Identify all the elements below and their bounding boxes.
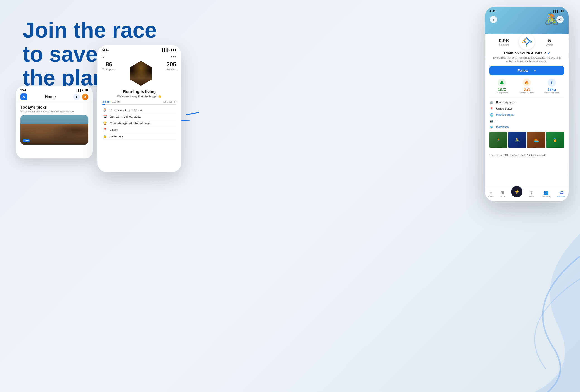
info-instagram: - <box>496 119 497 122</box>
progress-header: 3.5 km / 100 km 18 days left <box>102 100 176 103</box>
progress-current: 3.5 km <box>102 100 110 103</box>
ph3-bottom-text: Founded in 1994, Triathlon South Austral… <box>485 151 569 171</box>
participants-label: Participants <box>102 68 115 71</box>
community-icon: 👥 <box>543 190 548 195</box>
location-icon: 📍 <box>102 128 107 131</box>
nav-community-label: Community <box>541 196 551 198</box>
plastic-impact: ℹ 18kg Plastic removed <box>539 79 564 94</box>
signal-icon: ▐▐▐ <box>161 48 168 52</box>
events-num: 5 <box>535 38 564 44</box>
org-description: Swim, Bike, Run with Triathlon South Aus… <box>489 56 564 63</box>
impact-row: 🌲 1872 Trees planted 🔥 0.7t Carbon reduc… <box>489 79 564 94</box>
phone-challenge: 9:41 ▐▐▐ ≈ ▮▮▮ ‹ ••• 86 Participants 205… <box>97 45 181 172</box>
back-button[interactable]: ‹ <box>490 16 497 23</box>
follow-icon: 👤+ <box>530 69 536 73</box>
share-button[interactable] <box>557 16 564 23</box>
phone-home-nav: Home ℹ <box>16 93 93 102</box>
detail-item-compete: 🏆 Compete against other athletes <box>102 120 176 126</box>
phone-home: 9:41 ▐▐▐ ≈ ▮▮▮ Home ℹ Today's pick <box>16 86 93 158</box>
user-avatar[interactable] <box>82 94 88 100</box>
follow-button[interactable]: Follow 👤+ <box>489 66 564 75</box>
wifi-icon: ≈ <box>168 48 170 52</box>
ph2-nav: ‹ ••• <box>97 53 181 61</box>
nav-home-label: Home <box>488 196 493 198</box>
organizer-icon: 🏢 <box>489 101 494 104</box>
nav-item-feed[interactable]: ⊞ Feed <box>500 190 505 198</box>
hexagon-inner <box>129 61 153 86</box>
challenge-title: Running is living <box>123 90 156 94</box>
battery-icon: ▮▮ <box>561 10 564 13</box>
rewards-icon: 🏷 <box>559 190 564 195</box>
home-icon: ⌂ <box>490 190 492 195</box>
phone-home-content: Today's picks Watch out for these events… <box>16 102 93 147</box>
phone-home-time: 9:41 <box>20 88 26 92</box>
phone-home-statusbar: 9:41 ▐▐▐ ≈ ▮▮▮ <box>16 86 93 93</box>
info-twitter[interactable]: triathlonsa <box>496 125 509 129</box>
nav-feed-label: Feed <box>500 196 505 198</box>
ph3-photos-row: 🏃 🚴 🏊 🏅 <box>489 132 564 148</box>
ph2-stats-row: 86 Participants 205 Activities <box>102 61 176 88</box>
trees-num: 1872 <box>489 88 514 92</box>
globe-icon: 🌐 <box>489 113 494 116</box>
info-icon[interactable]: ℹ <box>73 94 80 100</box>
info-row-instagram: 📷 - <box>489 118 564 124</box>
event-card[interactable]: ICIW <box>20 115 88 145</box>
info-row-twitter: 🐦 triathlonsa <box>489 124 564 130</box>
carbon-label: Carbon reduced <box>514 92 539 94</box>
trophy-icon: 🏆 <box>102 121 107 125</box>
followers-label: Followers <box>489 44 519 46</box>
nav-item-home[interactable]: ⌂ Home <box>488 190 493 198</box>
nav-item-rewards[interactable]: 🏷 Rewards <box>557 190 566 198</box>
app-logo <box>20 94 27 100</box>
event-card-overlay: ICIW <box>20 115 88 145</box>
battery-icon: ▮▮▮ <box>84 89 88 92</box>
participants-num: 86 <box>102 61 115 68</box>
nav-rewards-label: Rewards <box>557 196 566 198</box>
progress-total: / 100 km <box>111 100 120 103</box>
nav-track-label: Track <box>529 196 534 198</box>
activities-num: 205 <box>166 61 176 68</box>
svg-point-2 <box>559 19 560 20</box>
follow-label: Follow <box>517 69 528 72</box>
followers-stat: 0.9K Followers <box>489 38 519 46</box>
info-row-country: 📍 United States <box>489 106 564 112</box>
challenge-image <box>129 61 153 86</box>
info-website[interactable]: triathlon.org.au <box>496 113 514 116</box>
followers-num: 0.9K <box>489 38 519 44</box>
detail-item-invite: 🔒 Invite only <box>102 133 176 140</box>
bottom-text-content: Founded in 1994, Triathlon South Austral… <box>489 154 546 156</box>
plastic-num: 18kg <box>539 88 564 92</box>
tree-icon: 🌲 <box>498 79 506 87</box>
detail-virtual-text: Virtual <box>110 128 118 131</box>
detail-date-text: Jun. 13 → Jul. 01, 2021 <box>110 115 141 118</box>
ph3-stats-row: 0.9K Followers 5 Events <box>489 34 564 50</box>
ph3-statusbar: 9:41 ▐▐▐ ≈ ▮▮ <box>485 9 569 13</box>
nav-item-community[interactable]: 👥 Community <box>541 190 551 198</box>
lock-icon: 🔒 <box>102 134 107 138</box>
activities-label: Activities <box>166 68 176 71</box>
info-row-type: 🏢 Event organizer <box>489 99 564 106</box>
center-fab-button[interactable]: ⚡ <box>511 186 522 197</box>
ph3-bottom-nav[interactable]: ⌂ Home ⊞ Feed ⚡ ◎ Track 👥 Community 🏷 Re… <box>485 188 569 201</box>
events-stat: 5 Events <box>535 38 564 46</box>
triathlon-logo-svg <box>521 36 532 48</box>
events-label: Events <box>535 44 564 46</box>
ph2-content: 86 Participants 205 Activities Running i… <box>97 61 181 143</box>
more-button[interactable]: ••• <box>171 54 176 59</box>
nav-item-track[interactable]: ◎ Track <box>529 190 534 198</box>
ph3-time: 9:41 <box>490 9 496 13</box>
photo-4: 🏅 <box>546 132 564 148</box>
progress-bar-bg <box>102 104 176 105</box>
back-button[interactable]: ‹ <box>102 54 104 59</box>
svg-point-0 <box>85 96 86 97</box>
challenge-subtitle: Welcome to my first challenge! 👋 <box>117 95 161 98</box>
carbon-impact: 🔥 0.7t Carbon reduced <box>514 79 539 94</box>
detail-run-text: Run for a total of 100 km <box>110 108 142 112</box>
activities-stat: 205 Activities <box>166 61 176 88</box>
ph2-status-icons: ▐▐▐ ≈ ▮▮▮ <box>161 48 176 52</box>
verified-badge: ✔ <box>547 51 550 55</box>
phone-profile: 🚴 9:41 ▐▐▐ ≈ ▮▮ ‹ <box>485 7 569 201</box>
photo-3: 🏊 <box>527 132 545 148</box>
progress-section: 3.5 km / 100 km 18 days left <box>102 100 176 105</box>
detail-item-date: 📅 Jun. 13 → Jul. 01, 2021 <box>102 113 176 120</box>
